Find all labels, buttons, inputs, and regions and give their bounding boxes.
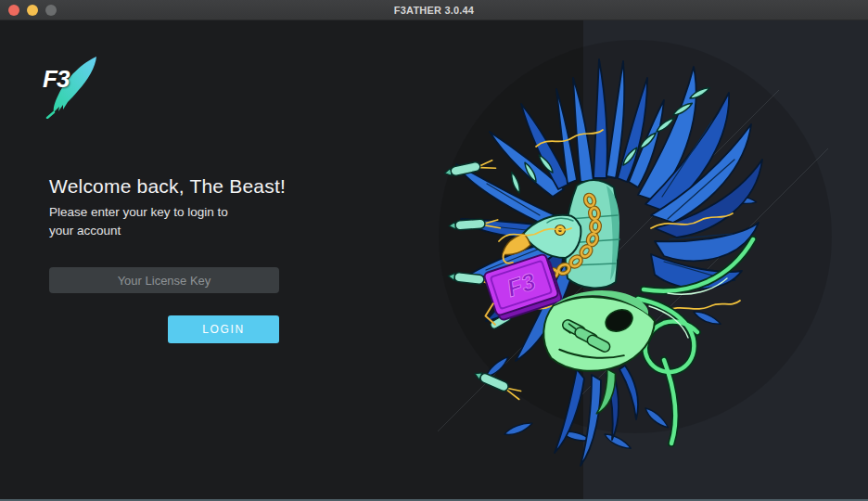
titlebar: F3ATHER 3.0.44 <box>0 0 868 20</box>
license-key-input[interactable] <box>49 267 279 293</box>
close-button[interactable] <box>8 5 19 16</box>
app-window: F3 <box>0 0 868 501</box>
subheading-line-2: your account <box>49 222 228 240</box>
login-panel: F3 Welcome back, The Beast! Please enter… <box>0 0 868 501</box>
welcome-subheading: Please enter your key to login to your a… <box>49 203 228 240</box>
subheading-line-1: Please enter your key to login to <box>49 203 228 222</box>
app-logo: F3 <box>39 52 106 119</box>
logo-text: F3 <box>43 65 69 94</box>
login-button[interactable]: LOGIN <box>168 315 279 343</box>
welcome-heading: Welcome back, The Beast! <box>49 175 286 198</box>
traffic-lights <box>8 0 57 19</box>
zoom-button-disabled <box>45 5 57 16</box>
window-title: F3ATHER 3.0.44 <box>394 5 474 16</box>
minimize-button[interactable] <box>27 5 38 16</box>
